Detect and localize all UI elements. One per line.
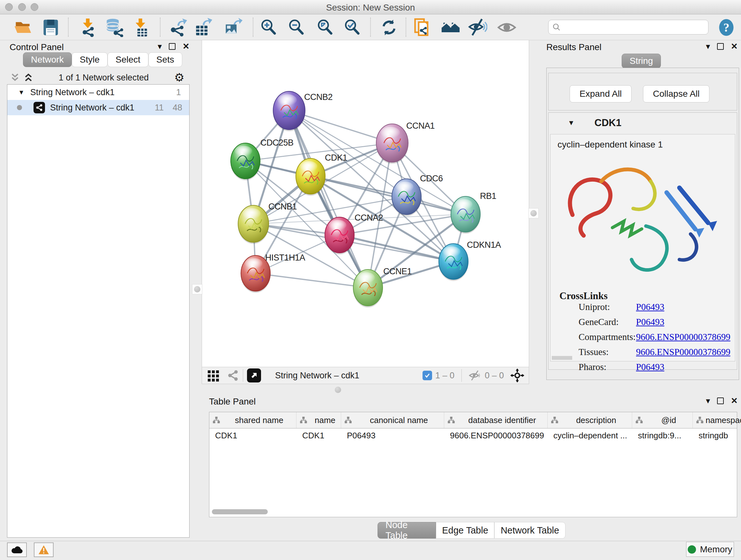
network-options-gear-icon[interactable]: ⚙ [174,71,185,84]
network-overview-button[interactable] [440,17,461,38]
table-hscrollbar[interactable] [212,509,268,514]
hide-selected-button[interactable] [467,17,488,38]
cell-shared-name[interactable]: CDK1 [209,431,296,441]
export-network-button[interactable] [167,17,189,38]
fit-crosshair-icon[interactable] [510,368,524,382]
control-panel-close-button[interactable]: ✕ [183,42,190,51]
cell-database-identifier[interactable]: 9606.ENSP00000378699 [444,431,548,441]
network-row-selected[interactable]: String Network – cdk1 11 48 [7,100,189,115]
gene-detail-box: cyclin–dependent kinase 1 CrossLinks Uni… [550,134,735,361]
crosslink-row: Uniprot:P06493 [550,302,735,317]
hidden-eye-icon[interactable] [469,370,482,381]
gene-expander-icon[interactable]: ▼ [568,119,575,127]
collapse-all-chevron-icon[interactable] [10,73,20,82]
network-node-ccna1[interactable]: CCNA1 [376,121,434,164]
results-panel-close-button[interactable]: ✕ [731,42,738,51]
selected-checkbox[interactable] [422,371,432,380]
import-network-database-button[interactable] [104,17,125,38]
cloud-status-button[interactable] [7,543,27,557]
network-node-ccnb2[interactable]: CCNB2 [273,91,333,131]
memory-button[interactable]: Memory [686,542,734,557]
show-all-button[interactable] [496,17,517,38]
crosslink-value-link[interactable]: P06493 [636,302,664,312]
network-canvas[interactable]: CCNB2CCNA1CDC25BCDK1CDC6RB1CCNB1CCNA2CDK… [202,40,529,367]
network-node-rb1[interactable]: RB1 [451,191,496,234]
network-node-hist1h1a[interactable]: HIST1H1A [241,253,306,293]
open-session-button[interactable] [12,17,33,38]
network-node-cdkn1a[interactable]: CDKN1A [439,240,501,281]
control-panel-menu-button[interactable]: ▾ [158,42,162,51]
duplicate-network-button[interactable] [412,17,433,38]
save-session-button[interactable] [40,17,61,38]
cell-namespace[interactable]: stringdb [693,431,741,441]
network-node-ccnb1[interactable]: CCNB1 [238,202,297,244]
zoom-selected-button[interactable] [342,17,363,38]
search-input[interactable] [563,21,708,33]
results-panel-menu-button[interactable]: ▾ [706,42,710,51]
collapse-all-button[interactable]: Collapse All [643,85,710,103]
column-header-name[interactable]: name [296,412,341,428]
crosslink-value-link[interactable]: P06493 [636,362,664,372]
birdseye-toggle[interactable] [247,368,261,382]
table-row[interactable]: CDK1CDK1P064939606.ENSP00000378699cyclin… [209,428,737,442]
export-table-icon [194,18,213,37]
zoom-out-button[interactable] [286,17,307,38]
crosslink-value-link[interactable]: P06493 [636,317,664,327]
cell-canonical-name[interactable]: P06493 [341,431,444,441]
results-panel-float-button[interactable] [717,43,724,50]
import-table-button[interactable] [130,17,151,38]
tab-network[interactable]: Network [23,52,72,67]
network-node-cdc6[interactable]: CDC6 [392,174,443,216]
horizontal-splitter-handle[interactable] [333,385,343,395]
table-panel-float-button[interactable] [717,397,724,404]
results-hscroll[interactable] [552,356,572,360]
tab-string[interactable]: String [622,54,661,68]
warning-icon [38,545,49,555]
tab-sets[interactable]: Sets [148,52,182,67]
share-network-gray-icon[interactable] [227,369,239,381]
column-header-description[interactable]: description [548,412,632,428]
crosslink-value-link[interactable]: 9606.ENSP00000378699 [636,332,731,342]
cell-name[interactable]: CDK1 [296,431,341,441]
gene-header-row[interactable]: ▼ CDK1 [549,113,737,133]
column-header--id[interactable]: @id [632,412,693,428]
tab-node-table[interactable]: Node Table [378,522,436,539]
import-network-file-button[interactable] [77,17,98,38]
search-field[interactable] [548,20,709,35]
column-header-namespace[interactable]: namespace [693,412,741,428]
collection-label: String Network – cdk1 [30,87,115,98]
expand-all-chevron-icon[interactable] [23,73,33,82]
column-header-shared-name[interactable]: shared name [209,412,296,428]
expand-all-button[interactable]: Expand All [569,85,631,103]
table-panel-close-button[interactable]: ✕ [731,396,738,405]
crosslink-value-link[interactable]: 9606.ENSP00000378699 [636,347,731,357]
network-collection-row[interactable]: ▼ String Network – cdk1 1 [7,84,189,100]
cell--id[interactable]: stringdb:9... [632,431,693,441]
export-image-button[interactable] [222,17,244,38]
right-splitter-handle[interactable] [529,208,539,219]
apply-layout-button[interactable] [379,17,400,38]
tab-network-table[interactable]: Network Table [494,522,565,539]
node-label-cdc6: CDC6 [420,174,443,183]
network-node-cdk1[interactable]: CDK1 [296,153,347,196]
tab-select[interactable]: Select [108,52,148,67]
left-splitter-handle[interactable] [192,284,202,294]
tree-expander-icon[interactable]: ▼ [18,89,24,96]
help-button[interactable]: ? [716,17,737,38]
network-node-ccne1[interactable]: CCNE1 [353,266,412,307]
cell-description[interactable]: cyclin–dependent ... [548,431,632,441]
zoom-fit-button[interactable] [315,17,336,38]
control-panel-float-button[interactable] [169,43,176,50]
help-icon: ? [717,18,736,37]
column-header-canonical-name[interactable]: canonical name [341,412,444,428]
export-table-button[interactable] [193,17,214,38]
network-graph[interactable]: CCNB2CCNA1CDC25BCDK1CDC6RB1CCNB1CCNA2CDK… [202,40,529,367]
warning-status-button[interactable] [34,543,54,557]
network-edge-HIST1H1A-CCNE1[interactable] [256,273,368,288]
column-header-database-identifier[interactable]: database identifier [444,412,548,428]
table-panel-menu-button[interactable]: ▾ [706,396,710,405]
grid-view-icon[interactable] [207,369,220,382]
zoom-in-button[interactable] [258,17,279,38]
tab-style[interactable]: Style [72,52,108,67]
tab-edge-table[interactable]: Edge Table [436,522,494,539]
